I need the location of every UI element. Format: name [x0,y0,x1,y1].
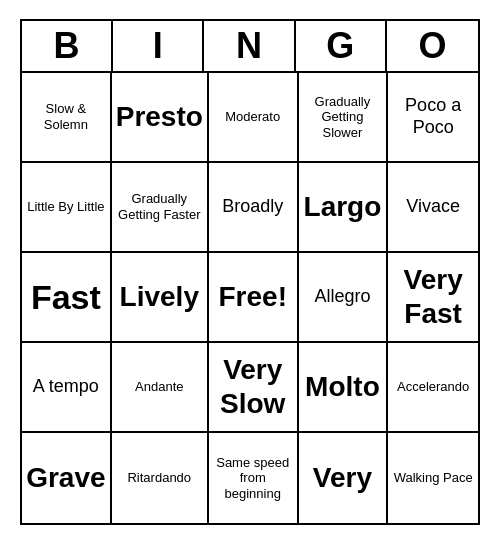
cell-text: Poco a Poco [392,95,474,138]
cell-text: Fast [31,277,101,318]
bingo-cell: Very Fast [388,253,478,343]
bingo-cell: Grave [22,433,112,523]
bingo-cell: Presto [112,73,209,163]
cell-text: A tempo [33,376,99,398]
bingo-cell: Slow & Solemn [22,73,112,163]
cell-text: Broadly [222,196,283,218]
cell-text: Walking Pace [394,470,473,486]
header-letter: N [204,21,295,71]
bingo-cell: Accelerando [388,343,478,433]
cell-text: Little By Little [27,199,104,215]
bingo-grid: Slow & SolemnPrestoModeratoGradually Get… [22,73,478,523]
cell-text: Allegro [314,286,370,308]
bingo-cell: Gradually Getting Slower [299,73,389,163]
cell-text: Presto [116,100,203,134]
bingo-cell: Andante [112,343,209,433]
bingo-cell: Lively [112,253,209,343]
bingo-cell: Very Slow [209,343,299,433]
bingo-cell: Very [299,433,389,523]
cell-text: Gradually Getting Slower [303,94,383,141]
bingo-cell: A tempo [22,343,112,433]
bingo-cell: Little By Little [22,163,112,253]
bingo-cell: Free! [209,253,299,343]
header-letter: I [113,21,204,71]
cell-text: Free! [218,280,286,314]
bingo-cell: Molto [299,343,389,433]
bingo-cell: Allegro [299,253,389,343]
cell-text: Same speed from beginning [213,455,293,502]
bingo-cell: Broadly [209,163,299,253]
cell-text: Accelerando [397,379,469,395]
bingo-cell: Walking Pace [388,433,478,523]
cell-text: Molto [305,370,380,404]
cell-text: Very Fast [392,263,474,330]
header-letter: G [296,21,387,71]
bingo-cell: Fast [22,253,112,343]
cell-text: Largo [304,190,382,224]
bingo-cell: Largo [299,163,389,253]
cell-text: Andante [135,379,183,395]
cell-text: Vivace [406,196,460,218]
bingo-header: BINGO [22,21,478,73]
bingo-cell: Gradually Getting Faster [112,163,209,253]
cell-text: Slow & Solemn [26,101,106,132]
header-letter: B [22,21,113,71]
cell-text: Very [313,461,372,495]
cell-text: Very Slow [213,353,293,420]
cell-text: Ritardando [127,470,191,486]
cell-text: Lively [120,280,199,314]
bingo-cell: Poco a Poco [388,73,478,163]
cell-text: Gradually Getting Faster [116,191,203,222]
bingo-cell: Same speed from beginning [209,433,299,523]
cell-text: Grave [26,461,105,495]
header-letter: O [387,21,478,71]
bingo-cell: Vivace [388,163,478,253]
bingo-card: BINGO Slow & SolemnPrestoModeratoGradual… [20,19,480,525]
bingo-cell: Ritardando [112,433,209,523]
bingo-cell: Moderato [209,73,299,163]
cell-text: Moderato [225,109,280,125]
